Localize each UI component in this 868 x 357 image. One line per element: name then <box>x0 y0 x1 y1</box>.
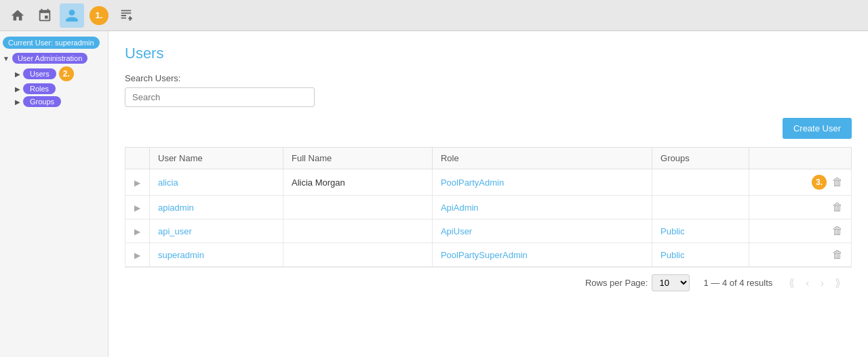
role-link[interactable]: PoolPartySuperAdmin <box>441 250 528 260</box>
username-link[interactable]: alicia <box>158 177 178 188</box>
action-container: 🗑 <box>757 201 843 213</box>
sidebar-items: ▶ Users 2. ▶ Roles ▶ Groups <box>3 66 105 107</box>
page-next-button[interactable]: › <box>818 276 827 291</box>
col-role: Role <box>432 148 652 169</box>
sidebar: Current User: superadmin ▼ User Administ… <box>0 31 108 357</box>
actions-cell: 🗑 <box>749 219 852 243</box>
fullname-cell <box>283 219 433 243</box>
table-header-row: User Name Full Name Role Groups <box>125 148 852 169</box>
col-username: User Name <box>150 148 283 169</box>
groups-label[interactable]: Groups <box>23 96 61 107</box>
expand-cell: ▶ <box>125 243 150 267</box>
delete-icon[interactable]: 🗑 <box>832 201 843 213</box>
delete-icon[interactable]: 🗑 <box>832 176 843 188</box>
page-first-button[interactable]: ⟪ <box>786 275 797 291</box>
username-cell: superadmin <box>150 243 283 267</box>
groups-cell <box>652 196 749 219</box>
pagination: Rows per Page: 10 25 50 100 1 — 4 of 4 r… <box>125 267 852 298</box>
layout: Current User: superadmin ▼ User Administ… <box>0 31 868 357</box>
username-cell: alicia <box>150 169 283 196</box>
expand-cell: ▶ <box>125 169 150 196</box>
fullname-cell <box>283 196 433 219</box>
expand-arrow[interactable]: ▶ <box>134 203 140 213</box>
col-actions <box>749 148 852 169</box>
group-link[interactable]: Public <box>660 250 684 260</box>
col-expand <box>125 148 150 169</box>
username-cell: apiadmin <box>150 196 283 219</box>
expand-arrow[interactable]: ▶ <box>134 227 140 236</box>
toolbar: Create User <box>125 118 852 139</box>
home-icon[interactable] <box>5 3 30 28</box>
page-prev-button[interactable]: ‹ <box>803 276 812 291</box>
delete-icon[interactable]: 🗑 <box>832 225 843 237</box>
group-link[interactable]: Public <box>660 226 684 236</box>
badge-circle-1[interactable]: 1. <box>90 6 108 25</box>
rows-per-page-select[interactable]: 10 25 50 100 <box>652 274 690 291</box>
expand-cell: ▶ <box>125 219 150 243</box>
table-row: ▶aliciaAlicia MorganPoolPartyAdmin3.🗑 <box>125 169 852 196</box>
users-label[interactable]: Users <box>23 68 56 79</box>
search-section: Search Users: <box>125 73 852 107</box>
action-container: 3.🗑 <box>757 175 843 190</box>
server-icon[interactable] <box>114 3 138 28</box>
groups-cell: Public <box>652 243 749 267</box>
page-last-button[interactable]: ⟫ <box>832 275 844 291</box>
role-cell: ApiUser <box>432 219 652 243</box>
page-title: Users <box>125 45 852 62</box>
table-row: ▶api_userApiUserPublic🗑 <box>125 219 852 243</box>
sidebar-item-roles: ▶ Roles <box>15 83 105 94</box>
actions-cell: 🗑 <box>749 243 852 267</box>
groups-cell: Public <box>652 219 749 243</box>
users-table: User Name Full Name Role Groups ▶aliciaA… <box>125 147 852 267</box>
username-link[interactable]: apiadmin <box>158 203 194 213</box>
expand-cell: ▶ <box>125 196 150 219</box>
expand-arrow[interactable]: ▶ <box>134 251 140 260</box>
roles-label[interactable]: Roles <box>23 83 56 94</box>
col-fullname: Full Name <box>283 148 433 169</box>
sidebar-item-groups: ▶ Groups <box>15 96 105 107</box>
groups-cell <box>652 169 749 196</box>
role-cell: PoolPartySuperAdmin <box>432 243 652 267</box>
role-cell: PoolPartyAdmin <box>432 169 652 196</box>
username-cell: api_user <box>150 219 283 243</box>
rows-per-page: Rows per Page: 10 25 50 100 <box>585 274 690 291</box>
search-input[interactable] <box>125 87 315 107</box>
actions-cell: 🗑 <box>749 196 852 219</box>
fullname-cell <box>283 243 433 267</box>
expand-arrow[interactable]: ▶ <box>134 178 140 188</box>
rows-per-page-label: Rows per Page: <box>585 278 648 288</box>
create-user-button[interactable]: Create User <box>783 118 852 139</box>
groups-toggle[interactable]: ▶ <box>15 98 20 106</box>
table-row: ▶superadminPoolPartySuperAdminPublic🗑 <box>125 243 852 267</box>
delete-icon[interactable]: 🗑 <box>832 249 843 261</box>
row-badge: 3. <box>812 175 827 190</box>
user-admin-toggle[interactable]: ▼ <box>3 55 9 62</box>
results-text: 1 — 4 of 4 results <box>703 278 772 288</box>
action-container: 🗑 <box>757 249 843 261</box>
sitemap-icon[interactable] <box>33 3 57 28</box>
action-container: 🗑 <box>757 225 843 237</box>
main-content: Users Search Users: Create User User Nam… <box>108 31 868 357</box>
col-groups: Groups <box>652 148 749 169</box>
actions-cell: 3.🗑 <box>749 169 852 196</box>
users-toggle[interactable]: ▶ <box>15 70 20 78</box>
users-badge: 2. <box>59 66 74 81</box>
table-row: ▶apiadminApiAdmin🗑 <box>125 196 852 219</box>
user-admin-section: ▼ User Administration <box>3 53 105 64</box>
role-link[interactable]: ApiUser <box>441 226 472 236</box>
username-link[interactable]: superadmin <box>158 250 204 260</box>
role-cell: ApiAdmin <box>432 196 652 219</box>
username-link[interactable]: api_user <box>158 226 192 236</box>
role-link[interactable]: ApiAdmin <box>441 203 479 213</box>
roles-toggle[interactable]: ▶ <box>15 85 20 93</box>
sidebar-item-users: ▶ Users 2. <box>15 66 105 81</box>
search-label: Search Users: <box>125 73 852 83</box>
badge-1-icon[interactable]: 1. <box>87 3 111 28</box>
current-user-label: Current User: superadmin <box>3 37 100 49</box>
user-admin-label[interactable]: User Administration <box>12 53 87 64</box>
user-admin-icon[interactable] <box>60 3 84 28</box>
topbar: 1. <box>0 0 868 31</box>
role-link[interactable]: PoolPartyAdmin <box>441 177 504 188</box>
fullname-cell: Alicia Morgan <box>283 169 433 196</box>
